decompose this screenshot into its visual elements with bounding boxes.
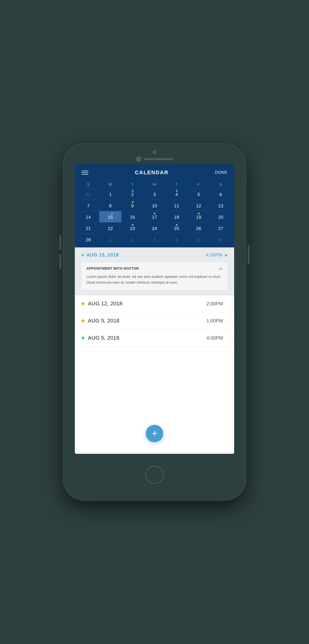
calendar-day[interactable]: 22 (99, 222, 121, 234)
calendar-day[interactable]: 2 (122, 188, 144, 200)
power-button[interactable] (248, 245, 250, 264)
event-date-row: AUG 15, 2018 4:00PM (82, 252, 228, 258)
calendar-day[interactable]: 4 (166, 234, 188, 245)
calendar-day[interactable]: 3 (144, 234, 165, 245)
calendar-day[interactable]: 26 (188, 222, 210, 234)
menu-button[interactable] (82, 171, 88, 174)
list-dot-teal (82, 336, 84, 340)
event-time-row: 4:00PM (206, 252, 228, 258)
calendar-day[interactable]: 27 (210, 222, 232, 234)
phone-screen: CALENDAR DONE S M T W T F S 31 1 2 3 (75, 164, 234, 454)
calendar-title: CALENDAR (135, 170, 168, 176)
calendar-day[interactable]: 1 (99, 234, 121, 245)
calendar-week-5: 28 1 2 3 4 5 6 (77, 234, 232, 245)
speaker-dot (136, 156, 141, 162)
calendar-day[interactable]: 21 (77, 222, 99, 234)
list-dot-orange (82, 302, 84, 305)
day-header-thu: T (166, 182, 188, 187)
chevron-right-icon: › (226, 336, 228, 340)
calendar-day[interactable]: 17 (144, 211, 165, 222)
calendar-week-3: 14 15 16 17 18 19 20 (77, 211, 232, 222)
calendar-day[interactable]: 6 (210, 188, 232, 200)
chevron-right-icon: › (226, 318, 228, 324)
list-item-time: 1:00PM (206, 318, 223, 324)
calendar-day[interactable]: 6 (210, 234, 232, 245)
day-headers-row: S M T W T F S (77, 180, 232, 188)
calendar-week-4: 21 22 23 24 25 26 27 (77, 222, 232, 234)
calendar-day[interactable]: 18 (166, 211, 188, 222)
calendar-day[interactable]: 20 (210, 211, 232, 222)
calendar-day[interactable]: 8 (99, 200, 121, 211)
volume-down-button[interactable] (60, 254, 61, 269)
calendar-day[interactable]: 12 (188, 200, 210, 211)
event-card: APPOINTMENT WITH DOCTOR ✏ Lorem ipsum do… (82, 262, 228, 290)
volume-up-button[interactable] (60, 235, 61, 250)
calendar-day[interactable]: 25 (166, 222, 188, 234)
event-description: Lorem ipsum dolor sit amet, ad nec eius … (86, 274, 222, 285)
day-header-sun: S (77, 182, 99, 187)
calendar-day[interactable]: 3 (144, 188, 165, 200)
camera-icon (152, 150, 156, 154)
calendar-header: CALENDAR DONE (75, 164, 234, 180)
day-header-mon: M (99, 182, 121, 187)
edit-icon[interactable]: ✏ (219, 266, 223, 272)
calendar-day[interactable]: 23 (122, 222, 144, 234)
calendar-day[interactable]: 5 (188, 234, 210, 245)
list-item-left: AUG 5, 2018 (82, 318, 120, 324)
day-header-fri: F (188, 182, 210, 187)
phone-top (63, 144, 246, 164)
day-header-sat: S (210, 182, 232, 187)
list-dot-orange (82, 319, 84, 322)
calendar-grid: S M T W T F S 31 1 2 3 4 5 6 (75, 180, 234, 248)
event-title: APPOINTMENT WITH DOCTOR (86, 266, 222, 270)
list-item-time: 4:00PM (206, 335, 223, 341)
calendar-day[interactable]: 11 (166, 200, 188, 211)
calendar-day[interactable]: 2 (122, 234, 144, 245)
event-date-left: AUG 15, 2018 (82, 252, 119, 258)
list-item-right: 4:00PM › (206, 335, 228, 341)
calendar-day[interactable]: 19 (188, 211, 210, 222)
list-item-right: 1:00PM › (206, 318, 228, 324)
calendar-day[interactable]: 28 (77, 234, 99, 245)
calendar-day[interactable]: 13 (210, 200, 232, 211)
calendar-day[interactable]: 7 (77, 200, 99, 211)
collapse-icon[interactable] (224, 254, 228, 256)
calendar-day[interactable]: 9 (122, 200, 144, 211)
day-header-tue: T (122, 182, 144, 187)
list-item-date: AUG 5, 2018 (88, 335, 120, 341)
calendar-day[interactable]: 5 (188, 188, 210, 200)
calendar-day[interactable]: 4 (166, 188, 188, 200)
list-item-left: AUG 12, 2018 (82, 300, 122, 307)
calendar-day[interactable]: 31 (77, 188, 99, 200)
event-dot-indicator (82, 254, 84, 256)
calendar-day[interactable]: 14 (77, 211, 99, 222)
event-detail-section: AUG 15, 2018 4:00PM APPOINTMENT WITH DOC… (75, 248, 234, 295)
calendar-day-selected[interactable]: 15 (99, 211, 121, 222)
home-button[interactable] (145, 466, 164, 484)
list-item[interactable]: AUG 12, 2018 2:00PM › (75, 295, 234, 312)
add-event-button[interactable]: + (146, 425, 163, 442)
speaker-bar (144, 158, 173, 160)
calendar-week-2: 7 8 9 10 11 12 13 (77, 200, 232, 211)
calendar-day[interactable]: 16 (122, 211, 144, 222)
chevron-right-icon: › (226, 301, 228, 306)
list-item-date: AUG 12, 2018 (88, 300, 122, 307)
list-item[interactable]: AUG 5, 2018 4:00PM › (75, 330, 234, 346)
plus-icon: + (152, 429, 157, 438)
day-header-wed: W (144, 182, 165, 187)
list-item[interactable]: AUG 5, 2018 1:00PM › (75, 312, 234, 330)
selected-event-time: 4:00PM (206, 252, 222, 258)
list-item-right: 2:00PM › (206, 301, 228, 306)
phone-speaker-area (136, 156, 173, 162)
phone-bottom (145, 454, 164, 500)
phone-frame: CALENDAR DONE S M T W T F S 31 1 2 3 (63, 144, 246, 500)
done-button[interactable]: DONE (215, 170, 228, 175)
calendar-week-1: 31 1 2 3 4 5 6 (77, 188, 232, 200)
list-item-time: 2:00PM (206, 301, 223, 306)
list-item-date: AUG 5, 2018 (88, 318, 120, 324)
calendar-day[interactable]: 10 (144, 200, 165, 211)
list-item-left: AUG 5, 2018 (82, 335, 120, 341)
selected-event-date: AUG 15, 2018 (86, 252, 119, 258)
calendar-day[interactable]: 1 (99, 188, 121, 200)
calendar-day[interactable]: 24 (144, 222, 165, 234)
